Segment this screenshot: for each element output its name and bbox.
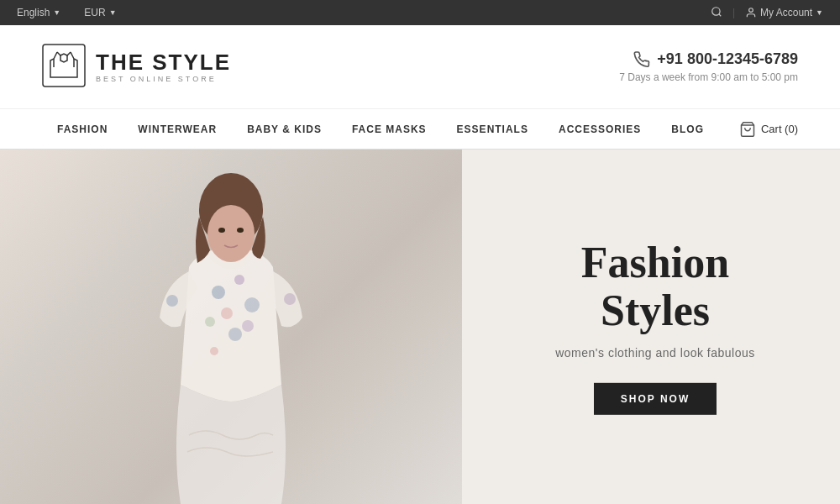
nav-item-accessories[interactable]: ACCESSORIES <box>543 109 656 150</box>
svg-line-1 <box>719 13 722 16</box>
svg-point-18 <box>218 228 225 233</box>
nav-links: FASHION WINTERWEAR BABY & KIDS FACE MASK… <box>42 109 719 150</box>
logo-main: THE STYLE <box>96 50 231 75</box>
svg-point-8 <box>221 307 233 319</box>
user-icon <box>745 7 757 18</box>
svg-point-15 <box>284 293 296 305</box>
logo[interactable]: THE STYLE BEST ONLINE STORE <box>42 44 231 91</box>
contact-hours: 7 Days a week from 9:00 am to 5:00 pm <box>619 71 798 83</box>
top-bar-left: English ▼ EUR ▼ <box>17 7 117 18</box>
top-bar: English ▼ EUR ▼ | My Account ▼ <box>0 0 840 25</box>
svg-point-19 <box>237 228 244 233</box>
shop-now-button[interactable]: SHOP NOW <box>594 383 717 415</box>
hero-figure-svg <box>97 150 365 504</box>
lang-dropdown-icon: ▼ <box>53 8 60 17</box>
cart-label: Cart (0) <box>761 123 798 135</box>
hero-content: Fashion Styles women's clothing and look… <box>538 239 773 415</box>
top-bar-right: | My Account ▼ <box>711 6 823 20</box>
svg-point-11 <box>228 328 242 341</box>
svg-point-10 <box>205 317 215 327</box>
cart-icon <box>739 121 756 138</box>
nav-item-blog[interactable]: BLOG <box>656 109 719 150</box>
svg-point-13 <box>242 320 254 332</box>
header-contact: +91 800-12345-6789 7 Days a week from 9:… <box>619 50 798 83</box>
nav-item-fashion[interactable]: FASHION <box>42 109 123 150</box>
phone-number: +91 800-12345-6789 <box>657 50 798 68</box>
search-button[interactable] <box>711 6 722 20</box>
svg-point-2 <box>749 8 753 13</box>
hero-subtitle: women's clothing and look fabulous <box>538 346 773 360</box>
navigation: FASHION WINTERWEAR BABY & KIDS FACE MASK… <box>0 109 840 150</box>
nav-item-winterwear[interactable]: WINTERWEAR <box>123 109 232 150</box>
currency-dropdown-icon: ▼ <box>109 8 117 17</box>
svg-rect-3 <box>43 45 85 87</box>
account-menu[interactable]: My Account ▼ <box>745 7 823 18</box>
phone-icon <box>633 51 650 68</box>
contact-phone: +91 800-12345-6789 <box>619 50 798 68</box>
nav-item-essentials[interactable]: ESSENTIALS <box>442 109 543 150</box>
language-selector[interactable]: English <box>17 7 50 18</box>
hero-section: Fashion Styles women's clothing and look… <box>0 150 840 504</box>
hero-title: Fashion Styles <box>538 239 773 334</box>
svg-point-7 <box>234 275 244 285</box>
svg-point-9 <box>244 297 260 312</box>
svg-point-0 <box>712 7 720 14</box>
currency-selector[interactable]: EUR <box>84 7 105 18</box>
account-dropdown-icon: ▼ <box>816 8 823 17</box>
svg-point-12 <box>210 347 218 355</box>
hero-image <box>0 150 462 504</box>
svg-point-17 <box>207 205 255 262</box>
svg-point-6 <box>212 286 225 299</box>
logo-sub: BEST ONLINE STORE <box>96 75 231 83</box>
nav-item-baby-kids[interactable]: BABY & KIDS <box>232 109 337 150</box>
header: THE STYLE BEST ONLINE STORE +91 800-1234… <box>0 25 840 109</box>
nav-item-face-masks[interactable]: FACE MASKS <box>337 109 442 150</box>
logo-text: THE STYLE BEST ONLINE STORE <box>96 50 231 83</box>
svg-point-14 <box>166 295 178 307</box>
hero-background <box>0 150 462 504</box>
account-label: My Account <box>760 7 812 18</box>
search-icon <box>711 6 722 18</box>
logo-icon <box>42 44 86 91</box>
cart-button[interactable]: Cart (0) <box>739 121 798 138</box>
divider2: | <box>732 7 735 18</box>
